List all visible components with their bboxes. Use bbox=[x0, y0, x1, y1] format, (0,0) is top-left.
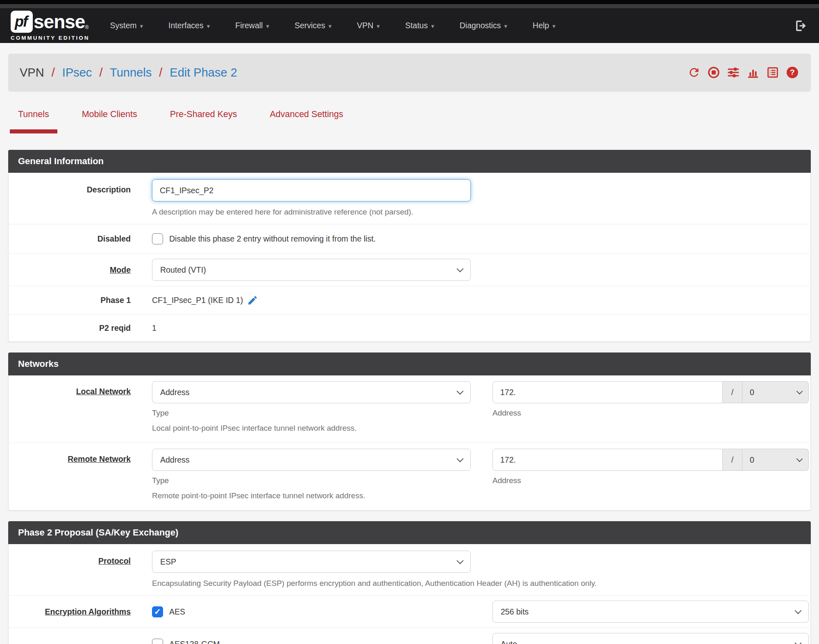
protocol-select[interactable]: ESP bbox=[152, 551, 471, 573]
remote-network-row: Remote Network Address Type / bbox=[9, 443, 809, 510]
section-title: Networks bbox=[8, 353, 811, 375]
phase1-row: Phase 1 CF1_IPsec_P1 (IKE ID 1) bbox=[9, 286, 809, 314]
bar-chart-icon[interactable] bbox=[746, 66, 760, 79]
page-action-icons: ? bbox=[687, 66, 799, 79]
pf-logo-mark: pf bbox=[11, 11, 33, 33]
local-network-prefix-value: 0 bbox=[750, 388, 754, 397]
pfsense-logo[interactable]: pf sense ® COMMUNITY EDITION bbox=[11, 11, 90, 41]
description-help: A description may be entered here for ad… bbox=[152, 208, 809, 217]
aes-label: AES bbox=[169, 607, 185, 617]
remote-network-type-value: Address bbox=[160, 455, 190, 465]
protocol-help: Encapsulating Security Payload (ESP) per… bbox=[152, 579, 809, 588]
mode-row: Mode Routed (VTI) bbox=[9, 253, 809, 286]
phase1-value: CF1_IPsec_P1 (IKE ID 1) bbox=[152, 296, 243, 305]
p2-reqid-value: 1 bbox=[152, 323, 157, 333]
menu-help[interactable]: Help bbox=[533, 17, 556, 34]
local-network-label: Local Network bbox=[9, 387, 152, 396]
description-row: Description A description may be entered… bbox=[9, 173, 809, 224]
breadcrumb-separator: / bbox=[99, 66, 102, 79]
menu-services[interactable]: Services bbox=[295, 17, 331, 34]
encryption-algorithms-label: Encryption Algorithms bbox=[9, 607, 152, 617]
local-network-address-caption: Address bbox=[492, 409, 809, 418]
section-networks: Networks Local Network Address Type bbox=[8, 353, 811, 511]
aes128gcm-label: AES128-GCM bbox=[169, 639, 220, 644]
help-icon[interactable]: ? bbox=[785, 66, 799, 79]
aes128gcm-keylen-value: Auto bbox=[501, 639, 517, 644]
breadcrumb: VPN / IPsec / Tunnels / Edit Phase 2 bbox=[8, 54, 811, 91]
encryption-algorithms-row: Encryption Algorithms AES 256 bits bbox=[9, 595, 809, 628]
local-network-type-caption: Type bbox=[152, 409, 471, 418]
aes-checkbox[interactable] bbox=[152, 606, 163, 617]
sign-out-icon[interactable] bbox=[794, 19, 808, 33]
local-network-type-select[interactable]: Address bbox=[152, 381, 471, 403]
protocol-select-value: ESP bbox=[160, 557, 176, 567]
p2-reqid-row: P2 reqid 1 bbox=[9, 314, 809, 341]
breadcrumb-link-ipsec[interactable]: IPsec bbox=[62, 66, 92, 79]
description-label: Description bbox=[9, 185, 152, 194]
tab-pre-shared-keys[interactable]: Pre-Shared Keys bbox=[162, 109, 245, 133]
remote-network-prefix-select[interactable]: 0 bbox=[742, 449, 809, 471]
tab-mobile-clients[interactable]: Mobile Clients bbox=[74, 109, 145, 133]
disabled-row: Disabled Disable this phase 2 entry with… bbox=[9, 224, 809, 253]
breadcrumb-root: VPN bbox=[20, 66, 44, 79]
tab-advanced-settings[interactable]: Advanced Settings bbox=[261, 109, 351, 133]
pencil-icon[interactable] bbox=[247, 295, 258, 306]
window-title-strip bbox=[0, 4, 819, 8]
main-menu: System Interfaces Firewall Services VPN … bbox=[110, 17, 795, 34]
svg-text:?: ? bbox=[790, 68, 794, 77]
remote-network-type-caption: Type bbox=[152, 476, 471, 485]
menu-status[interactable]: Status bbox=[405, 17, 434, 34]
section-phase2-proposal: Phase 2 Proposal (SA/Key Exchange) Proto… bbox=[8, 521, 811, 644]
sliders-icon[interactable] bbox=[726, 66, 740, 79]
breadcrumb-separator: / bbox=[52, 66, 55, 79]
tab-tunnels[interactable]: Tunnels bbox=[10, 109, 57, 133]
p2-reqid-label: P2 reqid bbox=[9, 323, 152, 333]
remote-network-prefix-separator: / bbox=[723, 449, 742, 471]
breadcrumb-separator: / bbox=[159, 66, 162, 79]
local-network-help: Local point-to-point IPsec interface tun… bbox=[152, 424, 809, 433]
phase1-label: Phase 1 bbox=[9, 296, 152, 305]
menu-interfaces[interactable]: Interfaces bbox=[168, 17, 210, 34]
aes128gcm-row: AES128-GCM Auto bbox=[9, 628, 809, 644]
aes128gcm-checkbox[interactable] bbox=[152, 639, 163, 644]
registered-mark: ® bbox=[85, 25, 88, 30]
disabled-checkbox-label: Disable this phase 2 entry without remov… bbox=[169, 234, 376, 244]
local-network-prefix-separator: / bbox=[723, 381, 742, 403]
breadcrumb-link-edit-phase-2[interactable]: Edit Phase 2 bbox=[170, 66, 237, 79]
breadcrumb-link-tunnels[interactable]: Tunnels bbox=[110, 66, 152, 79]
menu-diagnostics[interactable]: Diagnostics bbox=[460, 17, 507, 34]
remote-network-help: Remote point-to-point IPsec interface tu… bbox=[152, 491, 809, 500]
menu-vpn[interactable]: VPN bbox=[357, 17, 380, 34]
menu-system[interactable]: System bbox=[110, 17, 143, 34]
protocol-row: Protocol ESP Encapsulating Security Payl… bbox=[9, 544, 809, 595]
aes-keylen-value: 256 bits bbox=[501, 607, 529, 617]
log-list-icon[interactable] bbox=[766, 66, 780, 79]
logo-wordmark: sense bbox=[34, 12, 85, 31]
stop-circle-icon[interactable] bbox=[707, 66, 721, 79]
remote-network-address-input[interactable] bbox=[492, 449, 723, 471]
section-title: Phase 2 Proposal (SA/Key Exchange) bbox=[8, 521, 811, 544]
mode-select[interactable]: Routed (VTI) bbox=[152, 259, 471, 281]
remote-network-label: Remote Network bbox=[9, 454, 152, 464]
local-network-prefix-select[interactable]: 0 bbox=[742, 381, 809, 403]
window-top-strip bbox=[0, 0, 819, 4]
mode-select-value: Routed (VTI) bbox=[160, 265, 206, 275]
disabled-label: Disabled bbox=[9, 234, 152, 244]
aes128gcm-keylen-select[interactable]: Auto bbox=[492, 633, 809, 644]
protocol-label: Protocol bbox=[9, 556, 152, 566]
remote-network-type-select[interactable]: Address bbox=[152, 449, 471, 471]
local-network-type-value: Address bbox=[160, 388, 190, 397]
section-title: General Information bbox=[8, 150, 811, 173]
menu-firewall[interactable]: Firewall bbox=[235, 17, 269, 34]
remote-network-prefix-value: 0 bbox=[750, 455, 754, 465]
local-network-row: Local Network Address Type / bbox=[9, 375, 809, 443]
local-network-address-input[interactable] bbox=[492, 381, 723, 403]
mode-label: Mode bbox=[9, 265, 152, 275]
disabled-checkbox[interactable] bbox=[152, 233, 163, 244]
logo-subtitle: COMMUNITY EDITION bbox=[11, 35, 90, 41]
aes-keylen-select[interactable]: 256 bits bbox=[492, 601, 809, 623]
ipsec-tabs: Tunnels Mobile Clients Pre-Shared Keys A… bbox=[10, 109, 811, 133]
refresh-icon[interactable] bbox=[687, 66, 701, 79]
section-general-information: General Information Description A descri… bbox=[8, 150, 811, 342]
description-input[interactable] bbox=[152, 179, 471, 201]
